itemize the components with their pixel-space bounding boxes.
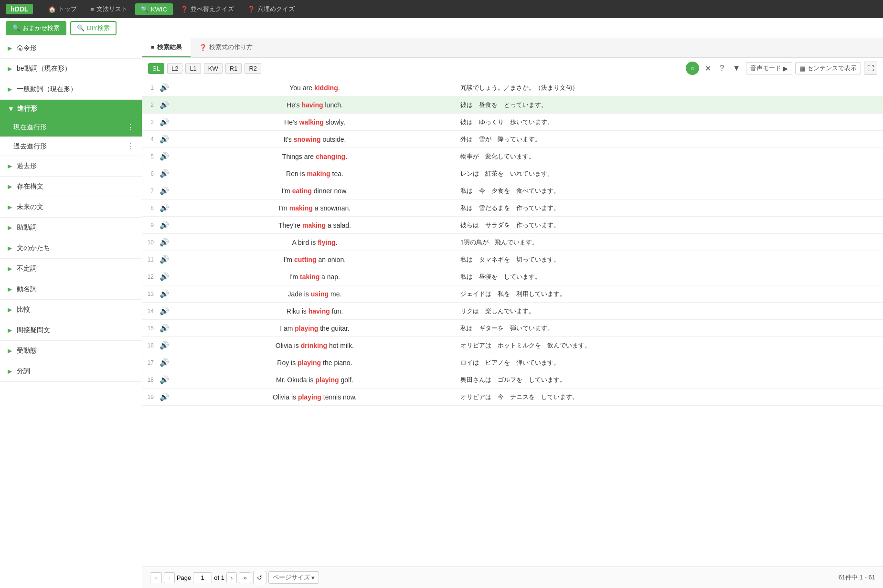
- table-row: 1🔊You are kidding.冗談でしょう。／まさか。（決まり文句）: [142, 79, 883, 96]
- sidebar-item-passive[interactable]: ▶ 受動態: [0, 341, 142, 361]
- page-size-button[interactable]: ページサイズ ▾: [268, 571, 319, 584]
- filter-kw-button[interactable]: KW: [204, 63, 223, 74]
- sidebar-item-label: 存在構文: [17, 182, 43, 191]
- sidebar-item-gerund[interactable]: ▶ 動名詞: [0, 279, 142, 300]
- filter-l2-button[interactable]: L2: [167, 63, 182, 74]
- next-page-button[interactable]: ›: [226, 572, 237, 583]
- keyword: kidding: [314, 84, 338, 92]
- audio-button[interactable]: 🔊: [157, 388, 172, 406]
- filter-l1-button[interactable]: L1: [185, 63, 201, 74]
- nav-grammar-list-label: 文法リスト: [96, 5, 128, 13]
- more-icon[interactable]: ⋮: [127, 123, 134, 132]
- tab-results[interactable]: ≡ 検索結果: [142, 38, 191, 57]
- page-number-input[interactable]: [193, 572, 212, 583]
- sidebar-item-future[interactable]: ▶ 未来の文: [0, 197, 142, 218]
- nav-kwic[interactable]: 🔍 KWIC: [135, 3, 173, 15]
- nav-grammar-list[interactable]: ≡ 文法リスト: [85, 2, 133, 16]
- nav-top[interactable]: 🏠 トップ: [43, 2, 83, 16]
- audio-button[interactable]: 🔊: [157, 96, 172, 114]
- audio-button[interactable]: 🔊: [157, 165, 172, 182]
- row-number: 1: [142, 79, 157, 96]
- howto-tab-label: 検索式の作り方: [209, 43, 253, 52]
- refresh-button[interactable]: ↺: [253, 571, 266, 584]
- last-page-button[interactable]: »: [239, 572, 251, 583]
- tab-howto[interactable]: ❓ 検索式の作り方: [191, 38, 261, 57]
- sidebar-item-label: 過去形: [17, 162, 37, 170]
- audio-button[interactable]: 🔊: [157, 268, 172, 285]
- sidebar-category-progressive[interactable]: ▼ 進行形: [0, 100, 142, 118]
- translation-cell: レンは 紅茶を いれています。: [457, 165, 883, 182]
- sidebar-item-participle[interactable]: ▶ 分詞: [0, 361, 142, 382]
- row-number: 3: [142, 114, 157, 131]
- table-row: 6🔊Ren is making tea.レンは 紅茶を いれています。: [142, 165, 883, 182]
- translation-cell: 物事が 変化しています。: [457, 148, 883, 165]
- audio-button[interactable]: 🔊: [157, 114, 172, 131]
- arrow-down-button[interactable]: ▼: [730, 63, 743, 74]
- translation-cell: 私は ギターを 弾いています。: [457, 320, 883, 337]
- table-row: 9🔊They're making a salad.彼らは サラダを 作っています…: [142, 217, 883, 234]
- sidebar-item-auxiliary[interactable]: ▶ 助動詞: [0, 218, 142, 238]
- filter-sl-button[interactable]: SL: [148, 63, 164, 74]
- nav-kwic-label: KWIC: [151, 6, 167, 13]
- content-tabs: ≡ 検索結果 ❓ 検索式の作り方: [142, 38, 883, 58]
- table-row: 17🔊Roy is playing the piano.ロイは ピアノを 弾いて…: [142, 354, 883, 371]
- sidebar-sub-item-present-progressive[interactable]: 現在進行形 ⋮: [0, 118, 142, 137]
- help-button[interactable]: ?: [717, 63, 727, 74]
- sidebar-item-indirect-question[interactable]: ▶ 間接疑問文: [0, 320, 142, 341]
- play-icon: ▶: [783, 65, 788, 72]
- audio-button[interactable]: 🔊: [157, 182, 172, 200]
- fullscreen-icon: ⛶: [867, 64, 874, 72]
- page-size-label: ページサイズ: [273, 573, 310, 582]
- audio-button[interactable]: 🔊: [157, 200, 172, 217]
- sidebar-sub-item-past-progressive[interactable]: 過去進行形 ⋮: [0, 137, 142, 156]
- audio-button[interactable]: 🔊: [157, 285, 172, 303]
- sidebar-item-past[interactable]: ▶ 過去形: [0, 156, 142, 177]
- chevron-right-icon: ▶: [8, 327, 12, 334]
- filter-r2-button[interactable]: R2: [245, 63, 261, 74]
- sidebar-item-be-present[interactable]: ▶ be動詞（現在形）: [0, 59, 142, 79]
- audio-button[interactable]: 🔊: [157, 371, 172, 388]
- prev-page-button[interactable]: ‹: [164, 572, 174, 583]
- total-count: 61件中 1 - 61: [839, 573, 875, 582]
- nav-fill-quiz[interactable]: ❓ 穴埋めクイズ: [242, 2, 300, 16]
- diy-search-button[interactable]: 🔍 DIY検索: [70, 21, 117, 35]
- keyword: playing: [295, 325, 318, 332]
- diy-search-icon: 🔍: [77, 24, 85, 32]
- filter-r1-button[interactable]: R1: [225, 63, 242, 74]
- fullscreen-button[interactable]: ⛶: [864, 62, 877, 75]
- audio-button[interactable]: 🔊: [157, 320, 172, 337]
- translation-cell: オリビアは 今 テニスを しています。: [457, 388, 883, 406]
- audio-button[interactable]: 🔊: [157, 337, 172, 354]
- sidebar-item-label: 間接疑問文: [17, 326, 50, 335]
- sentence-mode-button[interactable]: ▦ センテンスで表示: [795, 62, 861, 74]
- sidebar-item-imperative[interactable]: ▶ 命令形: [0, 38, 142, 59]
- audio-button[interactable]: 🔊: [157, 234, 172, 251]
- audio-button[interactable]: 🔊: [157, 131, 172, 148]
- close-button[interactable]: ✕: [702, 63, 714, 74]
- sidebar-item-general-present[interactable]: ▶ 一般動詞（現在形）: [0, 79, 142, 100]
- chevron-down-icon: ▾: [311, 574, 315, 581]
- sidebar-item-exist[interactable]: ▶ 存在構文: [0, 177, 142, 197]
- audio-button[interactable]: 🔊: [157, 79, 172, 96]
- first-page-button[interactable]: «: [150, 572, 162, 583]
- audio-button[interactable]: 🔊: [157, 354, 172, 371]
- audio-button[interactable]: 🔊: [157, 303, 172, 320]
- omakase-search-button[interactable]: 🔍 おまかせ検索: [6, 21, 66, 35]
- sidebar-item-infinitive[interactable]: ▶ 不定詞: [0, 259, 142, 279]
- audio-button[interactable]: 🔊: [157, 251, 172, 268]
- row-number: 10: [142, 234, 157, 251]
- row-number: 7: [142, 182, 157, 200]
- nav-sort-quiz[interactable]: ❓ 並べ替えクイズ: [175, 2, 240, 16]
- sidebar-item-sentence-form[interactable]: ▶ 文のかたち: [0, 238, 142, 259]
- sidebar-item-label: be動詞（現在形）: [17, 64, 71, 73]
- table-row: 4🔊It's snowing outside.外は 雪が 降っています。: [142, 131, 883, 148]
- chevron-right-icon: ▶: [8, 347, 12, 354]
- more-icon[interactable]: ⋮: [127, 142, 134, 151]
- audio-button[interactable]: 🔊: [157, 217, 172, 234]
- audio-button[interactable]: 🔊: [157, 148, 172, 165]
- kwic-search-button[interactable]: ○: [686, 62, 699, 75]
- translation-cell: 私は 雪だるまを 作っています。: [457, 200, 883, 217]
- voice-mode-button[interactable]: 音声モード ▶: [746, 62, 792, 74]
- sidebar-item-comparison[interactable]: ▶ 比較: [0, 300, 142, 320]
- keyword: making: [307, 170, 330, 178]
